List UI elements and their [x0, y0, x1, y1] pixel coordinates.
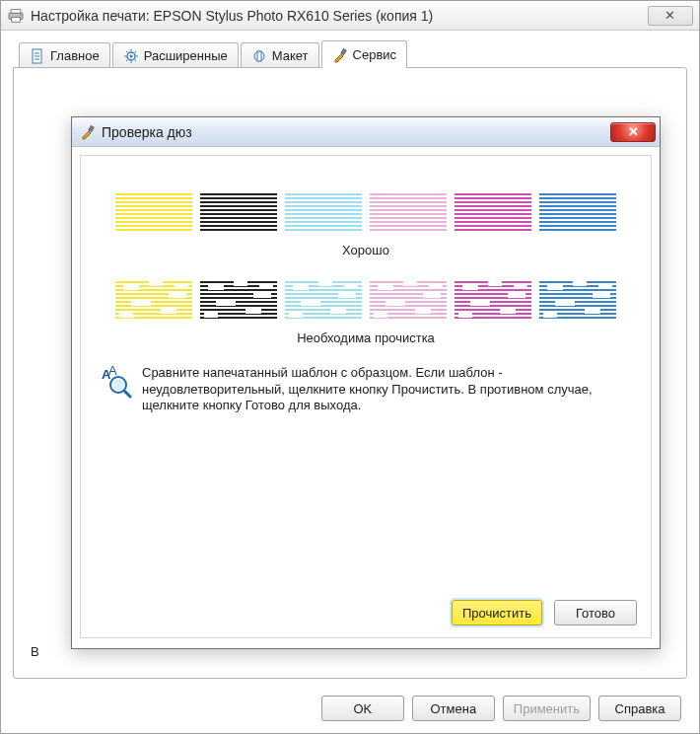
- tools-icon: [332, 47, 348, 63]
- svg-point-134: [112, 379, 124, 391]
- tab-layout[interactable]: Макет: [241, 42, 319, 68]
- magnifier-letter-icon: A A: [99, 365, 132, 399]
- tab-label: Сервис: [353, 47, 397, 62]
- nozzle-swatch: [285, 191, 362, 233]
- svg-rect-10: [89, 125, 94, 131]
- done-button[interactable]: Готово: [554, 600, 637, 625]
- tab-service[interactable]: Сервис: [321, 40, 408, 68]
- gear-icon: [123, 48, 139, 64]
- layout-icon: [251, 48, 267, 64]
- nozzle-check-dialog: Проверка дюз ✕ Хорошо Необходима прочист…: [71, 116, 661, 649]
- outer-window-title: Настройка печати: EPSON Stylus Photo RX6…: [31, 8, 648, 24]
- tab-label: Главное: [50, 48, 100, 63]
- pattern-row-bad: [95, 279, 637, 321]
- nozzle-swatch: [285, 279, 362, 321]
- tab-advanced[interactable]: Расширенные: [112, 42, 239, 68]
- svg-point-3: [20, 14, 21, 15]
- nozzle-swatch: [370, 191, 447, 233]
- tab-label: Расширенные: [144, 48, 228, 63]
- outer-titlebar[interactable]: Настройка печати: EPSON Stylus Photo RX6…: [1, 1, 699, 31]
- nozzle-swatch: [200, 279, 277, 321]
- bad-label: Необходима прочистка: [95, 330, 637, 345]
- tab-row: Главное Расширенные Макет Сервис: [19, 40, 687, 68]
- nozzle-swatch: [455, 279, 531, 321]
- pattern-row-good: [95, 191, 637, 233]
- outer-close-button[interactable]: ✕: [648, 6, 693, 26]
- svg-line-135: [124, 391, 130, 397]
- good-label: Хорошо: [95, 243, 637, 257]
- svg-rect-2: [12, 17, 20, 22]
- nozzle-swatch: [115, 279, 192, 321]
- help-button[interactable]: Справка: [598, 696, 681, 721]
- ok-button[interactable]: OK: [321, 696, 404, 721]
- inner-close-button[interactable]: ✕: [610, 122, 656, 142]
- tab-label: Макет: [272, 48, 309, 63]
- nozzle-swatch: [539, 279, 616, 321]
- close-glyph: ✕: [628, 124, 639, 139]
- nozzle-swatch: [539, 191, 616, 233]
- bottom-button-row: OK Отмена Применить Справка: [321, 696, 681, 721]
- inner-client: Хорошо Необходима прочистка A A Сравните…: [80, 155, 652, 638]
- inner-titlebar[interactable]: Проверка дюз ✕: [72, 117, 660, 147]
- close-glyph: ✕: [665, 8, 676, 23]
- info-block: A A Сравните напечатанный шаблон с образ…: [99, 365, 633, 414]
- nozzle-swatch: [370, 279, 447, 321]
- tools-icon: [80, 124, 96, 140]
- instructions-text: Сравните напечатанный шаблон с образцом.…: [142, 365, 633, 414]
- tab-main[interactable]: Главное: [19, 42, 110, 68]
- clean-button[interactable]: Прочистить: [452, 600, 542, 625]
- action-row: Прочистить Готово: [452, 600, 637, 625]
- svg-text:A: A: [108, 365, 117, 378]
- svg-rect-9: [340, 48, 345, 54]
- nozzle-swatch: [455, 191, 531, 233]
- nozzle-swatch: [200, 191, 277, 233]
- document-icon: [30, 48, 45, 64]
- obscured-text: В: [31, 644, 39, 659]
- cancel-button[interactable]: Отмена: [412, 696, 495, 721]
- apply-button: Применить: [503, 696, 591, 721]
- svg-point-6: [129, 54, 132, 57]
- inner-dialog-title: Проверка дюз: [102, 124, 608, 140]
- printer-icon: [7, 9, 25, 23]
- nozzle-swatch: [115, 191, 192, 233]
- svg-rect-8: [257, 51, 261, 61]
